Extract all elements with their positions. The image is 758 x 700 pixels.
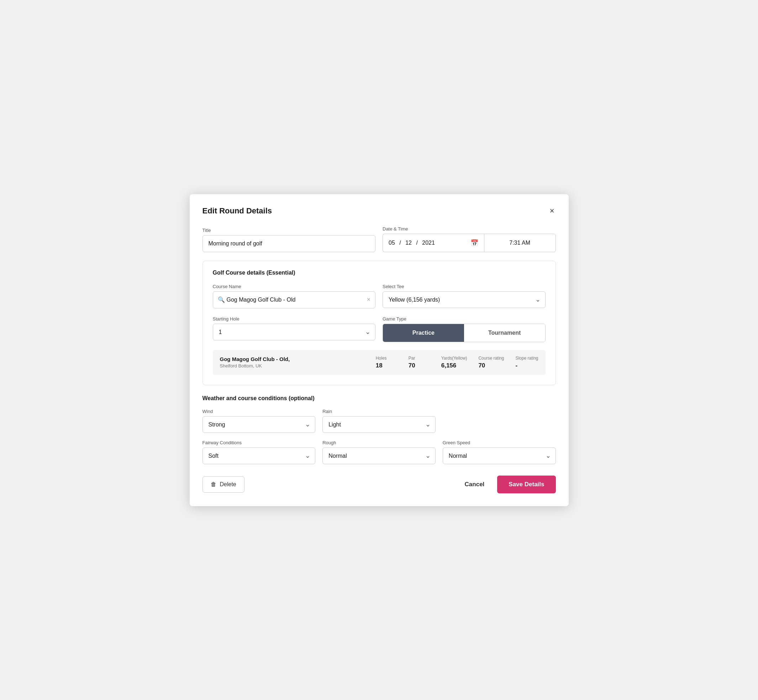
practice-toggle-btn[interactable]: Practice	[383, 324, 464, 342]
date-time-label: Date & Time	[382, 226, 556, 231]
cancel-button[interactable]: Cancel	[462, 481, 487, 488]
yards-value: 6,156	[441, 362, 457, 369]
time-box[interactable]: 7:31 AM	[484, 234, 556, 252]
footer-right: Cancel Save Details	[462, 475, 556, 493]
holes-value: 18	[376, 362, 382, 369]
course-rating-value: 70	[478, 362, 485, 369]
clear-course-icon[interactable]: ×	[366, 296, 370, 303]
green-speed-label: Green Speed	[443, 440, 556, 445]
green-speed-select-wrap: Slow Normal Fast ⌄	[443, 447, 556, 464]
wind-label: Wind	[202, 409, 316, 414]
time-value: 7:31 AM	[509, 240, 530, 246]
delete-button[interactable]: 🗑 Delete	[202, 476, 244, 493]
course-name-input[interactable]	[213, 291, 376, 308]
select-tee-label: Select Tee	[382, 284, 545, 289]
par-stat: Par 70	[409, 356, 430, 369]
date-sep1: /	[398, 240, 402, 246]
tournament-toggle-btn[interactable]: Tournament	[464, 324, 545, 342]
course-name-col: Course Name 🔍 ×	[213, 284, 376, 308]
hole-gametype-row: Starting Hole 1234 5678 910 ⌄ Game Type …	[213, 316, 545, 342]
calendar-icon: 📅	[470, 239, 478, 247]
yards-stat: Yards(Yellow) 6,156	[441, 356, 467, 369]
green-speed-col: Green Speed Slow Normal Fast ⌄	[443, 440, 556, 464]
date-time-row: 05 / 12 / 2021 📅 7:31 AM	[382, 234, 556, 252]
modal-footer: 🗑 Delete Cancel Save Details	[202, 475, 556, 493]
wind-select-wrap: Calm Light Moderate Strong Very Strong ⌄	[202, 416, 316, 433]
trash-icon: 🗑	[211, 481, 216, 488]
fairway-label: Fairway Conditions	[202, 440, 316, 445]
date-time-field-group: Date & Time 05 / 12 / 2021 📅 7:31 AM	[382, 226, 556, 252]
starting-hole-label: Starting Hole	[213, 316, 376, 322]
edit-round-modal: Edit Round Details × Title Date & Time 0…	[190, 194, 568, 506]
course-search-wrap: 🔍 ×	[213, 291, 376, 308]
date-box[interactable]: 05 / 12 / 2021 📅	[382, 234, 484, 252]
starting-hole-select[interactable]: 1234 5678 910	[213, 324, 376, 341]
game-type-label: Game Type	[382, 316, 545, 322]
wind-col: Wind Calm Light Moderate Strong Very Str…	[202, 409, 316, 433]
title-date-row: Title Date & Time 05 / 12 / 2021 📅 7:31 …	[202, 226, 556, 252]
empty-col	[443, 409, 556, 433]
save-button[interactable]: Save Details	[497, 475, 556, 493]
rain-col: Rain None Light Moderate Heavy ⌄	[323, 409, 435, 433]
course-rating-stat: Course rating 70	[478, 356, 504, 369]
par-value: 70	[409, 362, 415, 369]
course-info-name: Gog Magog Golf Club - Old, Shelford Bott…	[220, 356, 365, 369]
date-year: 2021	[422, 240, 435, 246]
title-field-group: Title	[202, 228, 376, 252]
title-input[interactable]	[202, 235, 376, 252]
rough-label: Rough	[323, 440, 435, 445]
wind-select[interactable]: Calm Light Moderate Strong Very Strong	[202, 416, 316, 433]
golf-course-section: Golf Course details (Essential) Course N…	[202, 261, 556, 385]
fairway-select-wrap: Hard Normal Soft Wet ⌄	[202, 447, 316, 464]
close-button[interactable]: ×	[548, 206, 556, 216]
rough-select-wrap: Short Normal Long ⌄	[323, 447, 435, 464]
rain-label: Rain	[323, 409, 435, 414]
modal-header: Edit Round Details ×	[202, 206, 556, 216]
par-label: Par	[409, 356, 415, 361]
conditions-row: Fairway Conditions Hard Normal Soft Wet …	[202, 440, 556, 464]
holes-label: Holes	[376, 356, 387, 361]
rough-col: Rough Short Normal Long ⌄	[323, 440, 435, 464]
course-info-bar: Gog Magog Golf Club - Old, Shelford Bott…	[213, 350, 545, 375]
tee-select-wrap: Yellow (6,156 yards) White Red ⌄	[382, 291, 545, 308]
course-tee-row: Course Name 🔍 × Select Tee Yellow (6,156…	[213, 284, 545, 308]
yards-label: Yards(Yellow)	[441, 356, 467, 361]
rough-select[interactable]: Short Normal Long	[323, 447, 435, 464]
game-type-col: Game Type Practice Tournament	[382, 316, 545, 342]
course-info-fullname: Gog Magog Golf Club - Old,	[220, 356, 365, 362]
date-month: 05	[388, 240, 395, 246]
delete-label: Delete	[220, 481, 236, 488]
date-sep2: /	[415, 240, 419, 246]
slope-rating-stat: Slope rating -	[515, 356, 538, 369]
course-rating-label: Course rating	[478, 356, 504, 361]
green-speed-select[interactable]: Slow Normal Fast	[443, 447, 556, 464]
slope-rating-value: -	[515, 362, 517, 369]
course-name-label: Course Name	[213, 284, 376, 289]
golf-course-title: Golf Course details (Essential)	[213, 270, 545, 276]
rain-select[interactable]: None Light Moderate Heavy	[323, 416, 435, 433]
weather-title: Weather and course conditions (optional)	[202, 395, 556, 402]
starting-hole-col: Starting Hole 1234 5678 910 ⌄	[213, 316, 376, 342]
title-label: Title	[202, 228, 376, 233]
wind-rain-row: Wind Calm Light Moderate Strong Very Str…	[202, 409, 556, 433]
hole-select-wrap: 1234 5678 910 ⌄	[213, 324, 376, 341]
game-type-toggle: Practice Tournament	[382, 324, 545, 342]
holes-stat: Holes 18	[376, 356, 397, 369]
select-tee-col: Select Tee Yellow (6,156 yards) White Re…	[382, 284, 545, 308]
modal-title: Edit Round Details	[202, 206, 272, 216]
date-day: 12	[405, 240, 412, 246]
rain-select-wrap: None Light Moderate Heavy ⌄	[323, 416, 435, 433]
fairway-select[interactable]: Hard Normal Soft Wet	[202, 447, 316, 464]
course-info-location: Shelford Bottom, UK	[220, 363, 365, 369]
slope-rating-label: Slope rating	[515, 356, 538, 361]
fairway-col: Fairway Conditions Hard Normal Soft Wet …	[202, 440, 316, 464]
search-icon: 🔍	[218, 296, 225, 303]
weather-section: Weather and course conditions (optional)…	[202, 395, 556, 464]
tee-select[interactable]: Yellow (6,156 yards) White Red	[382, 291, 545, 308]
